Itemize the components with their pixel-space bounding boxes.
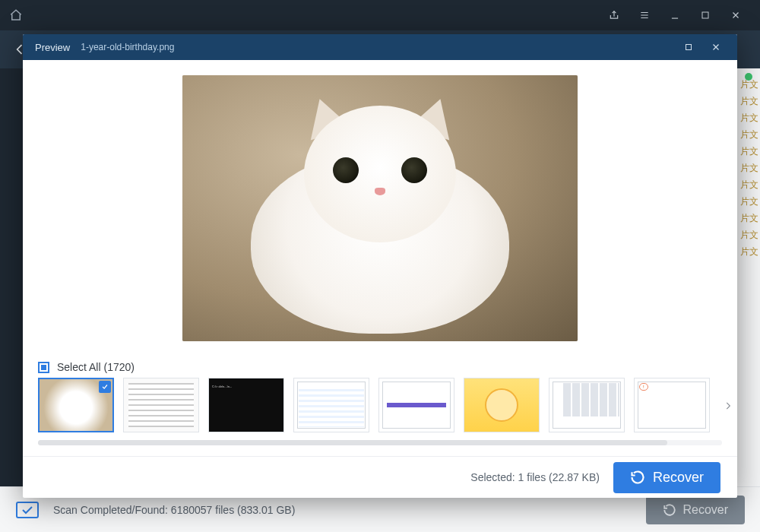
background-row: 片文 [737, 109, 760, 126]
svg-rect-1 [17, 502, 38, 518]
background-row: 片文 [737, 143, 760, 160]
preview-area [23, 60, 737, 356]
background-row: 片文 [737, 243, 760, 260]
checkmark-icon [99, 381, 111, 393]
window-minimize-button[interactable] [660, 0, 690, 30]
background-row: 片文 [737, 210, 760, 226]
modal-footer: Selected: 1 files (22.87 KB) Recover [23, 456, 737, 498]
thumbnail-strip: C:\> dir\n...\n...! [23, 378, 737, 434]
thumbnail[interactable] [378, 378, 454, 432]
select-all-checkbox[interactable] [38, 362, 49, 373]
thumbnail[interactable] [293, 378, 369, 432]
thumbnail[interactable] [464, 378, 540, 432]
status-dot-icon [745, 73, 752, 81]
thumbnail[interactable] [38, 378, 114, 432]
bg-recover-button[interactable]: Recover [646, 496, 745, 524]
modal-title: Preview [35, 42, 70, 53]
background-file-list: 片文片文片文片文片文片文片文片文片文片文片文 [737, 68, 760, 486]
window-maximize-button[interactable] [690, 0, 720, 30]
background-row: 片文 [737, 126, 760, 143]
background-row: 片文 [737, 193, 760, 210]
menu-icon[interactable] [629, 0, 660, 30]
select-all-row: Select All (1720) [23, 356, 737, 378]
app-titlebar [0, 0, 760, 30]
bg-recover-label: Recover [682, 503, 728, 517]
thumbnail-next-button[interactable] [720, 391, 736, 421]
home-icon[interactable] [9, 8, 23, 22]
recover-button[interactable]: Recover [613, 462, 720, 493]
thumbnail[interactable]: ! [634, 378, 710, 432]
preview-image [182, 75, 578, 341]
background-row: 片文 [737, 93, 760, 109]
modal-close-button[interactable] [702, 34, 730, 60]
share-icon[interactable] [599, 0, 629, 30]
recover-icon [630, 470, 645, 485]
preview-modal: Preview 1-year-old-birthday.png Select A… [23, 34, 737, 498]
thumbnail-scrollbar[interactable] [38, 440, 722, 445]
window-close-button[interactable] [720, 0, 751, 30]
background-row: 片文 [737, 176, 760, 193]
svg-rect-2 [686, 45, 692, 50]
thumbnail[interactable]: C:\> dir\n...\n... [208, 378, 284, 432]
background-row: 片文 [737, 226, 760, 243]
select-all-label: Select All (1720) [57, 361, 135, 373]
thumbnail[interactable] [549, 378, 625, 432]
selected-summary: Selected: 1 files (22.87 KB) [470, 471, 600, 483]
modal-maximize-button[interactable] [675, 34, 702, 60]
recover-label: Recover [653, 470, 704, 486]
modal-filename: 1-year-old-birthday.png [81, 42, 174, 52]
modal-titlebar: Preview 1-year-old-birthday.png [23, 34, 737, 60]
scan-complete-icon [15, 499, 43, 521]
scan-status-text: Scan Completed/Found: 6180057 files (833… [53, 504, 295, 516]
svg-rect-0 [702, 12, 708, 18]
background-row: 片文 [737, 160, 760, 176]
thumbnail[interactable] [123, 378, 199, 432]
